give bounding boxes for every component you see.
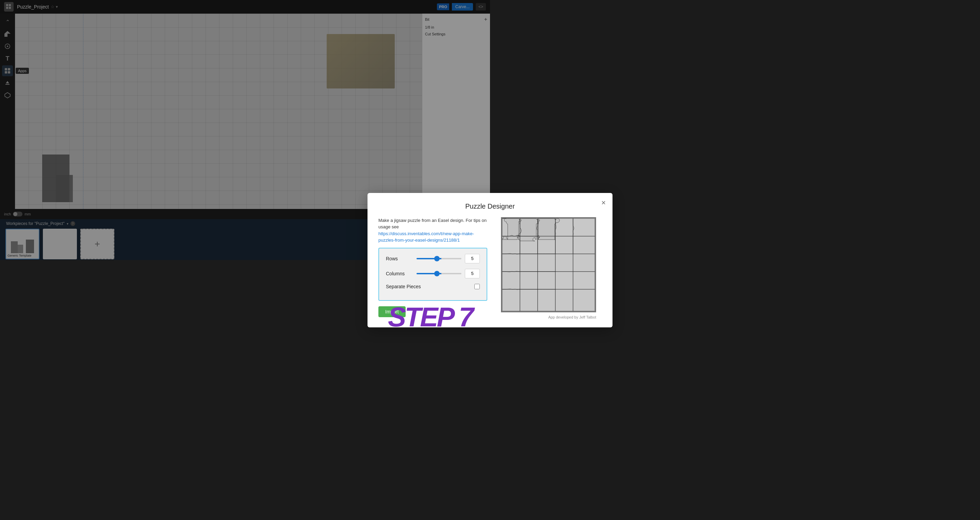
modal-body: Make a jigsaw puzzle from an Easel desig…: [379, 217, 490, 260]
puzzle-designer-modal: Puzzle Designer × Make a jigsaw puzzle f…: [368, 193, 490, 260]
modal-title: Puzzle Designer: [379, 202, 490, 210]
rows-input[interactable]: 5: [465, 254, 480, 260]
rows-setting-row: Rows 5: [386, 254, 480, 260]
modal-left: Make a jigsaw puzzle from an Easel desig…: [379, 217, 487, 260]
rows-label: Rows: [386, 256, 417, 260]
rows-slider[interactable]: [417, 258, 461, 259]
settings-panel: Rows 5 Columns 5 Separate Pieces: [379, 248, 487, 260]
modal-overlay: Puzzle Designer × Make a jigsaw puzzle f…: [0, 0, 490, 260]
modal-link[interactable]: https://discuss.inventables.com/t/new-ap…: [379, 231, 474, 243]
modal-description: Make a jigsaw puzzle from an Easel desig…: [379, 217, 487, 244]
